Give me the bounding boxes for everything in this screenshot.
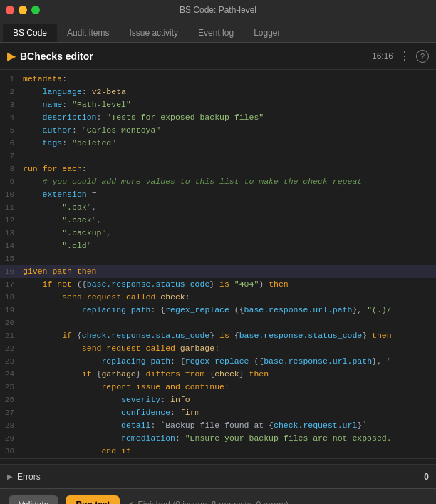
code-line-28: 28 detail: `Backup file found at {check.… (0, 419, 436, 432)
code-line-3: 3 name: "Path-level" (0, 98, 436, 111)
tab-audit-items[interactable]: Audit items (57, 24, 119, 42)
tab-bar: BS Code Audit items Issue activity Event… (0, 20, 436, 43)
code-line-1: 1 metadata: (0, 73, 436, 86)
errors-label: Errors (17, 472, 424, 482)
close-button[interactable] (6, 6, 14, 14)
tab-logger[interactable]: Logger (244, 24, 290, 42)
editor-title: BChecks editor (20, 51, 372, 62)
code-line-22: 22 send request called garbage: (0, 342, 436, 355)
tab-event-log[interactable]: Event log (188, 24, 244, 42)
code-line-27: 27 confidence: firm (0, 406, 436, 419)
code-line-11: 11 ".bak", (0, 201, 436, 214)
code-line-9: 9 # you could add more values to this li… (0, 175, 436, 188)
scrollbar[interactable] (0, 458, 436, 464)
status-message: Finished (0 issues, 8 requests, 0 errors… (137, 500, 288, 505)
errors-chevron-icon: ▶ (7, 473, 13, 480)
status-area: ✓ Finished (0 issues, 8 requests, 0 erro… (127, 500, 288, 505)
code-line-29: 29 remediation: "Ensure your backup file… (0, 432, 436, 445)
code-line-25: 25 report issue and continue: (0, 381, 436, 394)
code-line-18: 18 send request called check: (0, 291, 436, 304)
maximize-button[interactable] (31, 6, 40, 14)
code-line-14: 14 ".old" (0, 240, 436, 252)
minimize-button[interactable] (19, 6, 27, 14)
tab-issue-activity[interactable]: Issue activity (119, 24, 188, 42)
code-line-19: 19 replacing path: {regex_replace ({base… (0, 304, 436, 317)
code-line-20: 20 (0, 317, 436, 329)
code-line-16: 16 given path then (0, 265, 436, 278)
code-line-15: 15 (0, 252, 436, 265)
code-line-8: 8 run for each: (0, 163, 436, 175)
window-title: BS Code: Path-level (180, 5, 256, 15)
more-options-button[interactable]: ⋮ (399, 49, 410, 63)
traffic-lights (6, 6, 40, 14)
status-check-icon: ✓ (127, 500, 134, 505)
code-line-24: 24 if {garbage} differs from {check} the… (0, 368, 436, 381)
editor-icon: ▶ (7, 49, 16, 63)
errors-count: 0 (424, 472, 429, 482)
run-test-button[interactable]: Run test (66, 495, 120, 505)
help-button[interactable]: ? (416, 50, 429, 63)
code-line-21: 21 if {check.response.status_code} is {b… (0, 329, 436, 342)
code-line-10: 10 extension = (0, 188, 436, 201)
code-editor[interactable]: 1 metadata: 2 language: v2-beta 3 name: … (0, 70, 436, 458)
code-line-5: 5 author: "Carlos Montoya" (0, 124, 436, 137)
code-line-30: 30 end if (0, 445, 436, 458)
code-line-6: 6 tags: "deleted" (0, 137, 436, 150)
code-line-26: 26 severity: info (0, 394, 436, 406)
editor-time: 16:16 (372, 51, 393, 61)
tab-bs-code[interactable]: BS Code (3, 24, 57, 42)
code-line-17: 17 if not ({base.response.status_code} i… (0, 278, 436, 291)
code-line-4: 4 description: "Tests for exposed backup… (0, 111, 436, 124)
editor-header: ▶ BChecks editor 16:16 ⋮ ? (0, 43, 436, 70)
code-line-2: 2 language: v2-beta (0, 86, 436, 98)
code-line-31: 31 end if (0, 458, 436, 458)
code-line-7: 7 (0, 150, 436, 163)
title-bar: BS Code: Path-level (0, 0, 436, 20)
code-line-12: 12 ".back", (0, 214, 436, 227)
code-line-23: 23 replacing path: {regex_replace ({base… (0, 355, 436, 368)
code-line-13: 13 ".backup", (0, 227, 436, 240)
bottom-bar: Validate Run test ✓ Finished (0 issues, … (0, 488, 436, 504)
errors-panel[interactable]: ▶ Errors 0 (0, 464, 436, 488)
validate-button[interactable]: Validate (9, 495, 58, 505)
